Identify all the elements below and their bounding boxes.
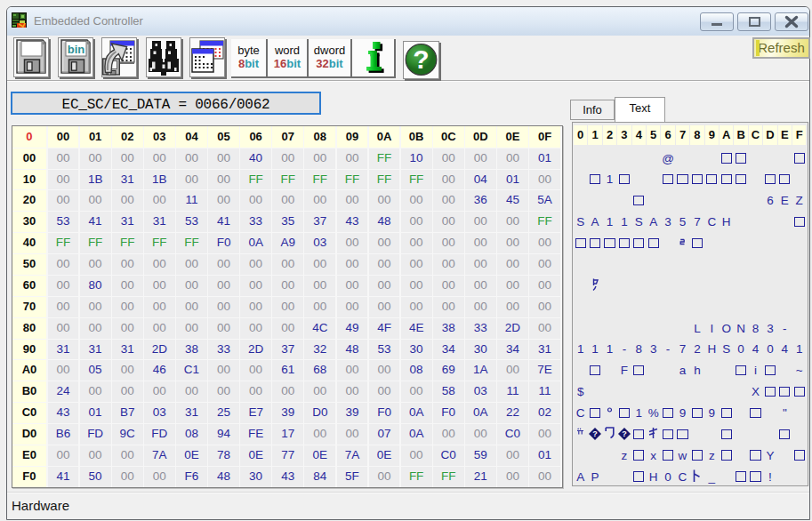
svg-text:?: ? bbox=[413, 44, 429, 74]
svg-text:bin: bin bbox=[67, 43, 84, 56]
svg-text:?: ? bbox=[592, 429, 598, 438]
svg-text:?: ? bbox=[622, 429, 627, 438]
